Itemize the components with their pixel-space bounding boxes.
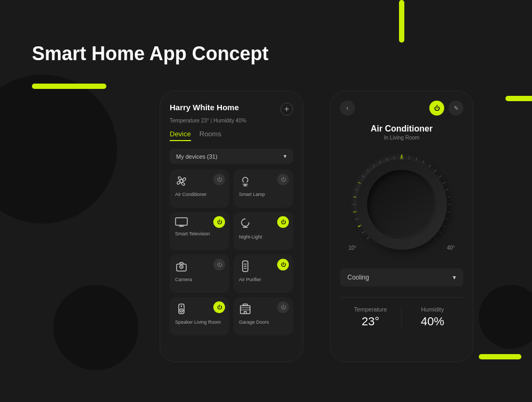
accent-bar-bottom-right <box>479 354 521 359</box>
home-name: Harry White Home <box>170 103 239 112</box>
knob-inner <box>367 170 436 239</box>
home-meta: Temperature 23° | Humidity 40% <box>170 118 293 124</box>
device-list-phone: Harry White Home + Temperature 23° | Hum… <box>160 91 303 362</box>
svg-line-34 <box>442 182 445 184</box>
svg-rect-11 <box>243 304 247 306</box>
device-name-garage: Garage Doors <box>239 319 288 325</box>
power-button-purifier[interactable]: ⏻ <box>277 259 289 270</box>
device-name-speaker: Speaker Living Room <box>175 319 224 325</box>
power-toggle-button[interactable]: ⏻ <box>429 101 444 116</box>
device-card-tv[interactable]: Smart Television ⏻ <box>170 212 229 250</box>
svg-line-15 <box>355 218 359 219</box>
accent-bar-top-right <box>399 0 404 43</box>
svg-line-28 <box>409 156 409 160</box>
edit-button[interactable]: ✎ <box>448 101 463 116</box>
svg-line-38 <box>446 211 450 212</box>
tab-device[interactable]: Device <box>170 130 191 141</box>
svg-line-41 <box>438 231 442 233</box>
svg-line-40 <box>442 225 445 227</box>
power-button-nightlight[interactable]: ⏻ <box>277 216 289 228</box>
svg-line-14 <box>358 225 361 227</box>
device-name-camera: Camera <box>175 277 224 282</box>
chevron-down-icon: ▾ <box>284 153 287 160</box>
temperature-knob[interactable]: 10° 40° <box>343 151 460 258</box>
chevron-down-icon: ▾ <box>453 274 456 281</box>
svg-line-36 <box>446 197 450 198</box>
accent-bar-left <box>32 84 106 89</box>
svg-line-31 <box>428 165 430 168</box>
power-button-ac[interactable]: ⏻ <box>213 174 225 185</box>
tab-rooms[interactable]: Rooms <box>200 130 221 141</box>
svg-line-12 <box>367 236 370 239</box>
svg-line-29 <box>415 158 417 162</box>
devices-grid: Air Conditioner ⏻ Smart Lamp ⏻ <box>170 169 293 335</box>
temperature-stat: Temperature 23° <box>340 306 402 329</box>
humidity-stat: Humidity 40% <box>402 306 463 329</box>
device-name-ac: Air Conditioner <box>175 192 224 197</box>
svg-point-8 <box>181 310 182 311</box>
bg-circle-large <box>0 75 117 224</box>
svg-line-33 <box>438 176 442 178</box>
device-detail-title: Air Conditioner In Living Room <box>340 124 463 141</box>
device-card-camera[interactable]: Camera ⏻ <box>170 255 229 293</box>
bg-circle-medium <box>53 285 138 370</box>
devices-dropdown[interactable]: My devices (31) ▾ <box>170 149 293 164</box>
device-detail-name: Air Conditioner <box>340 124 463 134</box>
ac-detail-phone: ‹ ⏻ ✎ Air Conditioner In Living Room <box>330 91 473 362</box>
temperature-value: 23° <box>340 315 401 329</box>
device-name-tv: Smart Television <box>175 231 224 236</box>
stats-row: Temperature 23° Humidity 40% <box>340 297 463 329</box>
device-name-nightlight: Night-Light <box>239 234 288 240</box>
humidity-label: Humidity <box>402 306 463 313</box>
device-card-purifier[interactable]: Air Purifier ⏻ <box>234 255 293 293</box>
mode-label: Cooling <box>347 274 369 281</box>
svg-line-16 <box>353 211 357 212</box>
detail-header: ‹ ⏻ ✎ <box>340 101 463 116</box>
device-card-lamp[interactable]: Smart Lamp ⏻ <box>234 169 293 208</box>
power-button-lamp[interactable]: ⏻ <box>277 174 289 185</box>
bg-circle-right <box>479 285 532 349</box>
device-card-garage[interactable]: Garage Doors ⏻ <box>234 297 293 335</box>
page-title: Smart Home App Concept <box>32 43 269 65</box>
power-button-tv[interactable]: ⏻ <box>213 216 225 228</box>
svg-line-32 <box>434 170 436 173</box>
svg-line-13 <box>362 231 365 233</box>
power-button-speaker[interactable]: ⏻ <box>213 301 225 313</box>
svg-line-42 <box>434 236 436 239</box>
device-card-ac[interactable]: Air Conditioner ⏻ <box>170 169 229 208</box>
svg-text:40°: 40° <box>447 245 455 251</box>
device-name-lamp: Smart Lamp <box>239 192 288 197</box>
svg-line-39 <box>445 218 448 219</box>
power-button-camera[interactable]: ⏻ <box>213 259 225 270</box>
mode-dropdown[interactable]: Cooling ▾ <box>340 268 463 286</box>
devices-count-label: My devices (31) <box>176 153 218 160</box>
svg-line-30 <box>422 161 424 164</box>
device-card-speaker[interactable]: Speaker Living Room ⏻ <box>170 297 229 335</box>
power-button-garage[interactable]: ⏻ <box>277 301 289 313</box>
add-device-button[interactable]: + <box>280 103 293 116</box>
svg-line-35 <box>445 190 448 191</box>
device-name-purifier: Air Purifier <box>239 277 288 282</box>
accent-bar-right-mid <box>505 96 532 101</box>
svg-text:10°: 10° <box>348 245 356 251</box>
svg-rect-1 <box>176 218 187 225</box>
temperature-label: Temperature <box>340 306 401 313</box>
svg-point-9 <box>181 306 182 307</box>
humidity-value: 40% <box>402 315 463 329</box>
device-detail-location: In Living Room <box>340 135 463 141</box>
header-actions: ⏻ ✎ <box>429 101 463 116</box>
device-card-nightlight[interactable]: Night-Light ⏻ <box>234 212 293 250</box>
back-button[interactable]: ‹ <box>340 101 355 116</box>
tabs: Device Rooms <box>170 130 293 141</box>
knob-outer <box>356 159 447 250</box>
svg-point-3 <box>181 266 182 267</box>
